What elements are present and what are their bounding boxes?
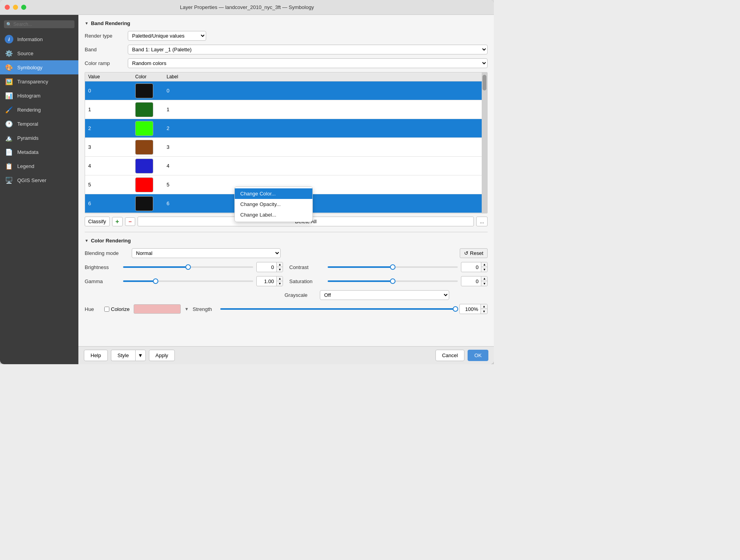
sidebar-item-legend[interactable]: 📋 Legend <box>0 159 78 173</box>
brightness-row: Brightness ▲ ▼ <box>85 262 283 272</box>
gamma-thumb[interactable] <box>153 278 158 284</box>
table-row[interactable]: 0 0 <box>85 81 482 100</box>
brightness-spinbox[interactable]: ▲ ▼ <box>256 262 283 272</box>
brightness-thumb[interactable] <box>185 264 191 270</box>
dropdown-arrow-icon[interactable]: ▼ <box>185 307 189 311</box>
strength-input[interactable] <box>460 305 481 313</box>
transparency-icon: 🖼️ <box>5 77 13 86</box>
classify-button[interactable]: Classify <box>85 217 110 226</box>
style-button[interactable]: Style <box>111 350 135 361</box>
color-ramp-select[interactable]: Random colors <box>128 58 488 68</box>
table-scrollbar[interactable] <box>482 72 487 213</box>
color-swatch[interactable] <box>135 102 153 117</box>
grayscale-select[interactable]: Off By lightness By luminosity By averag… <box>320 290 449 300</box>
sidebar-item-source[interactable]: ⚙️ Source <box>0 46 78 60</box>
brightness-input[interactable] <box>257 263 276 271</box>
help-button[interactable]: Help <box>84 350 108 361</box>
sidebar-item-transparency[interactable]: 🖼️ Transparency <box>0 74 78 89</box>
colorize-color-preview[interactable] <box>134 304 181 314</box>
context-menu-item-change-opacity[interactable]: Change Opacity... <box>235 199 312 210</box>
hue-row: Hue Colorize ▼ Strength <box>85 304 488 314</box>
render-type-select[interactable]: Paletted/Unique values Singleband gray M… <box>128 31 206 41</box>
remove-row-button[interactable]: − <box>125 217 135 226</box>
colorize-checkbox-label[interactable]: Colorize <box>104 306 130 312</box>
ok-button[interactable]: OK <box>468 350 488 361</box>
color-swatch[interactable] <box>135 121 153 136</box>
minimize-button[interactable] <box>13 5 18 10</box>
band-select[interactable]: Band 1: Layer _1 (Palette) <box>128 45 488 54</box>
color-swatch[interactable] <box>135 83 153 98</box>
sidebar-search-box[interactable]: 🔍 <box>4 20 74 28</box>
contrast-spinbox[interactable]: ▲ ▼ <box>461 262 488 272</box>
sidebar-item-pyramids[interactable]: 🏔️ Pyramids <box>0 131 78 145</box>
sidebar-item-label: Information <box>17 36 43 42</box>
saturation-input[interactable] <box>461 277 481 285</box>
context-menu-item-change-color[interactable]: Change Color... <box>235 188 312 199</box>
sidebar-item-symbology[interactable]: 🎨 Symbology <box>0 60 78 74</box>
row-label: 5 <box>163 180 482 189</box>
contrast-slider[interactable] <box>328 266 458 268</box>
saturation-thumb[interactable] <box>390 278 395 284</box>
search-input[interactable] <box>13 22 72 27</box>
context-menu-item-change-label[interactable]: Change Label... <box>235 210 312 220</box>
symbology-icon: 🎨 <box>5 63 13 72</box>
col-color-header: Color <box>132 72 163 81</box>
sidebar-item-qgis-server[interactable]: 🖥️ QGIS Server <box>0 173 78 187</box>
colorize-label: Colorize <box>111 306 130 312</box>
contrast-input[interactable] <box>461 263 481 271</box>
add-row-button[interactable]: + <box>112 217 123 226</box>
row-value: 4 <box>85 161 132 170</box>
sidebar-item-rendering[interactable]: 🖌️ Rendering <box>0 103 78 117</box>
sidebar-item-label: Transparency <box>17 79 48 85</box>
maximize-button[interactable] <box>21 5 26 10</box>
colorize-checkbox[interactable] <box>104 307 109 312</box>
contrast-thumb[interactable] <box>390 264 395 270</box>
table-row[interactable]: 3 3 <box>85 138 482 157</box>
close-button[interactable] <box>5 5 10 10</box>
color-swatch[interactable] <box>135 177 153 192</box>
metadata-icon: 📄 <box>5 148 13 156</box>
reset-area: ↺ Reset <box>460 248 488 258</box>
reset-button[interactable]: ↺ Reset <box>460 248 488 258</box>
contrast-down[interactable]: ▼ <box>481 267 488 272</box>
gamma-spinbox[interactable]: ▲ ▼ <box>256 276 283 286</box>
saturation-fill <box>328 280 393 282</box>
strength-thumb[interactable] <box>453 306 458 312</box>
sidebar-item-information[interactable]: i Information <box>0 32 78 46</box>
gamma-down[interactable]: ▼ <box>277 281 283 286</box>
saturation-down[interactable]: ▼ <box>481 281 488 286</box>
table-row[interactable]: 4 4 <box>85 157 482 175</box>
gamma-up[interactable]: ▲ <box>277 276 283 281</box>
cancel-button[interactable]: Cancel <box>435 350 464 361</box>
color-swatch[interactable] <box>135 196 153 211</box>
saturation-up[interactable]: ▲ <box>481 276 488 281</box>
table-row[interactable]: 2 2 <box>85 119 482 138</box>
brightness-up[interactable]: ▲ <box>277 262 283 267</box>
blending-mode-select[interactable]: Normal Multiply Screen <box>132 248 281 258</box>
brightness-slider[interactable] <box>123 266 253 268</box>
gamma-slider[interactable] <box>123 280 253 282</box>
contrast-label: Contrast <box>289 264 325 270</box>
color-swatch[interactable] <box>135 140 153 155</box>
saturation-spinbox[interactable]: ▲ ▼ <box>461 276 488 286</box>
strength-up[interactable]: ▲ <box>481 304 487 309</box>
gamma-input[interactable] <box>257 277 276 285</box>
style-dropdown-button[interactable]: ▼ <box>135 350 146 361</box>
saturation-row: Saturation ▲ ▼ <box>289 276 488 286</box>
strength-down[interactable]: ▼ <box>481 309 487 314</box>
color-swatch[interactable] <box>135 159 153 173</box>
contrast-up[interactable]: ▲ <box>481 262 488 267</box>
sidebar-item-temporal[interactable]: 🕐 Temporal <box>0 117 78 131</box>
strength-slider[interactable] <box>220 308 455 310</box>
sidebar-item-metadata[interactable]: 📄 Metadata <box>0 145 78 159</box>
sidebar-item-histogram[interactable]: 📊 Histogram <box>0 89 78 103</box>
strength-spinbox[interactable]: ▲ ▼ <box>459 304 488 314</box>
saturation-slider[interactable] <box>328 280 458 282</box>
render-type-label: Render type <box>85 33 124 39</box>
sidebar-item-label: Symbology <box>17 65 42 70</box>
apply-button[interactable]: Apply <box>149 350 175 361</box>
brightness-down[interactable]: ▼ <box>277 267 283 272</box>
more-button[interactable]: ... <box>476 217 488 226</box>
scrollbar-thumb[interactable] <box>482 75 486 90</box>
table-row[interactable]: 1 1 <box>85 100 482 119</box>
